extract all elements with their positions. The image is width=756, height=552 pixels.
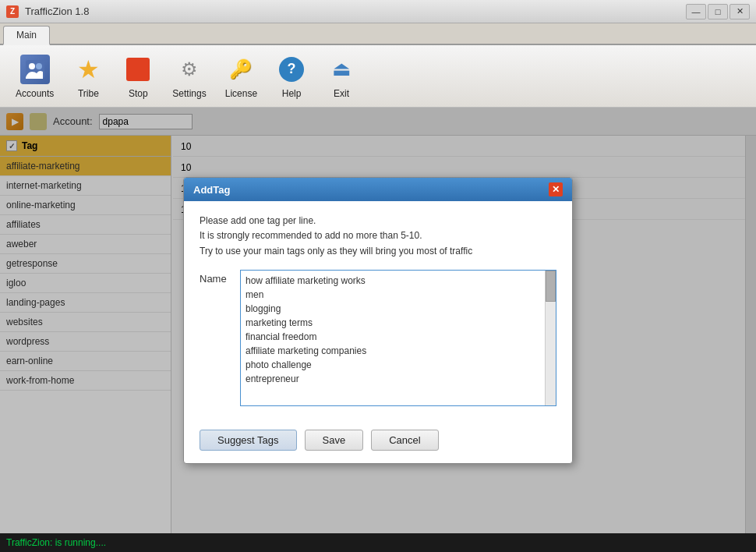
maximize-button[interactable]: □ bbox=[708, 4, 728, 19]
addtag-dialog: AddTag ✕ Please add one tag per line. It… bbox=[183, 177, 573, 464]
svg-point-1 bbox=[29, 63, 35, 69]
exit-icon: ⏏ bbox=[332, 57, 352, 81]
modal-close-button[interactable]: ✕ bbox=[549, 182, 563, 196]
content-area: ▶ Account: ✓ Tag affiliate-marketing int… bbox=[0, 108, 756, 533]
save-button[interactable]: Save bbox=[305, 430, 364, 451]
app-icon: Z bbox=[6, 5, 19, 18]
settings-icon: ⚙ bbox=[181, 58, 198, 80]
textarea-scrollbar[interactable] bbox=[545, 271, 556, 405]
svg-point-2 bbox=[36, 63, 42, 69]
minimize-button[interactable]: — bbox=[686, 4, 706, 19]
license-icon: 🔑 bbox=[229, 58, 253, 80]
tab-bar: Main bbox=[0, 23, 756, 45]
toolbar-exit[interactable]: ⏏ Exit bbox=[318, 49, 365, 104]
close-button[interactable]: ✕ bbox=[730, 4, 750, 19]
modal-overlay: AddTag ✕ Please add one tag per line. It… bbox=[0, 108, 756, 533]
tag-textarea[interactable]: how affiliate marketing works men bloggi… bbox=[241, 271, 556, 403]
settings-label: Settings bbox=[172, 88, 206, 99]
tag-input-area: how affiliate marketing works men bloggi… bbox=[240, 270, 556, 406]
suggest-tags-button[interactable]: Suggest Tags bbox=[200, 430, 297, 451]
status-text: TrafficZion: is running.... bbox=[6, 537, 106, 548]
scrollbar-thumb bbox=[546, 271, 556, 302]
tribe-label: Tribe bbox=[78, 88, 99, 99]
toolbar-tribe[interactable]: ★ Tribe bbox=[65, 49, 111, 104]
modal-title-bar: AddTag ✕ bbox=[184, 178, 572, 201]
toolbar-license[interactable]: 🔑 License bbox=[217, 49, 265, 104]
tab-main[interactable]: Main bbox=[3, 26, 50, 45]
exit-label: Exit bbox=[334, 88, 349, 99]
toolbar: Accounts ★ Tribe Stop ⚙ Settings 🔑 Licen… bbox=[0, 45, 756, 108]
toolbar-stop[interactable]: Stop bbox=[115, 49, 161, 104]
modal-description: Please add one tag per line. It is stron… bbox=[200, 214, 556, 259]
cancel-button[interactable]: Cancel bbox=[371, 430, 438, 451]
toolbar-accounts[interactable]: Accounts bbox=[8, 49, 62, 104]
title-bar: Z TrafficZion 1.8 — □ ✕ bbox=[0, 0, 756, 23]
help-label: Help bbox=[282, 88, 302, 99]
stop-label: Stop bbox=[129, 88, 148, 99]
status-bar: TrafficZion: is running.... bbox=[0, 533, 756, 552]
modal-footer: Suggest Tags Save Cancel bbox=[184, 419, 572, 463]
tribe-icon: ★ bbox=[77, 55, 100, 84]
modal-title: AddTag bbox=[193, 184, 230, 196]
accounts-icon bbox=[20, 55, 50, 84]
toolbar-help[interactable]: ? Help bbox=[268, 49, 315, 104]
app-title: TrafficZion 1.8 bbox=[25, 5, 89, 17]
help-icon: ? bbox=[279, 57, 304, 82]
stop-icon bbox=[126, 58, 150, 81]
license-label: License bbox=[225, 88, 257, 99]
toolbar-settings[interactable]: ⚙ Settings bbox=[164, 49, 214, 104]
name-label: Name bbox=[200, 270, 231, 285]
accounts-label: Accounts bbox=[16, 88, 54, 99]
